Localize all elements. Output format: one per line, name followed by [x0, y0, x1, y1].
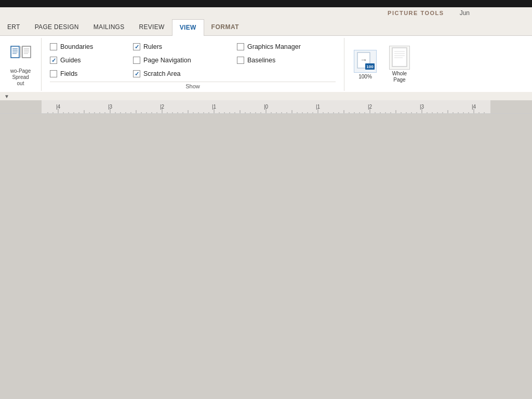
baselines-label: Baselines [247, 57, 275, 64]
ruler-collapse-bar[interactable]: ▼ [0, 92, 532, 100]
page-navigation-checkbox[interactable] [133, 57, 140, 64]
two-page-spread-section: wo-Page Spread out [0, 38, 42, 91]
guides-checkbox-item[interactable]: Guides [50, 57, 133, 64]
tab-ert[interactable]: ERT [0, 19, 28, 35]
zoom-section: → 100 100% WholePage [344, 38, 419, 91]
page-navigation-label: Page Navigation [143, 57, 191, 64]
picture-tools-label: PICTURE TOOLS [388, 10, 444, 16]
graphics-manager-checkbox[interactable] [237, 43, 244, 50]
whole-page-label: WholePage [392, 71, 407, 83]
scratch-area-checkbox-item[interactable]: Scratch Area [133, 70, 237, 77]
baselines-checkbox[interactable] [237, 57, 244, 64]
show-section: Boundaries Rulers Graphics Manager Guide… [42, 38, 344, 91]
svg-text:→: → [360, 56, 367, 64]
canvas-area [0, 114, 532, 399]
svg-rect-16 [392, 48, 407, 66]
zoom-100-label: 100% [358, 74, 372, 79]
ruler-bar: |4 |3 |2 |1 |0 |1 |2 |3 |4 [0, 100, 532, 114]
tab-review[interactable]: REVIEW [132, 19, 172, 35]
two-page-spread-icon[interactable] [8, 42, 33, 67]
rulers-checkbox-item[interactable]: Rulers [133, 43, 237, 50]
show-section-label: Show [50, 82, 336, 91]
rulers-label: Rulers [143, 43, 162, 50]
ribbon-content: wo-Page Spread out Boundaries Rulers Gra… [0, 35, 532, 92]
tab-view[interactable]: VIEW [172, 19, 204, 36]
scratch-area-label: Scratch Area [143, 70, 181, 77]
boundaries-checkbox-item[interactable]: Boundaries [50, 43, 133, 50]
two-page-spread-label: wo-Page Spread out [10, 68, 31, 87]
baselines-checkbox-item[interactable]: Baselines [237, 57, 336, 64]
guides-checkbox[interactable] [50, 57, 57, 64]
graphics-manager-checkbox-item[interactable]: Graphics Manager [237, 43, 336, 50]
ruler-svg: |4 |3 |2 |1 |0 |1 |2 |3 |4 [0, 100, 532, 114]
rulers-checkbox[interactable] [133, 43, 140, 50]
fields-checkbox-item[interactable]: Fields [50, 70, 133, 77]
svg-rect-22 [0, 100, 42, 114]
guides-label: Guides [60, 57, 81, 64]
scratch-area-checkbox[interactable] [133, 70, 140, 77]
jun-label: Jun [460, 9, 470, 17]
whole-page-icon [389, 46, 410, 70]
checkbox-grid: Boundaries Rulers Graphics Manager Guide… [50, 40, 336, 81]
fields-label: Fields [60, 70, 77, 77]
zoom-100-button[interactable]: → 100 100% [350, 48, 381, 82]
svg-rect-23 [490, 100, 532, 114]
whole-page-button[interactable]: WholePage [385, 44, 414, 85]
boundaries-checkbox[interactable] [50, 43, 57, 50]
graphics-manager-label: Graphics Manager [247, 43, 301, 50]
svg-text:100: 100 [366, 64, 374, 69]
collapse-arrow-icon: ▼ [4, 94, 9, 99]
tab-page-design[interactable]: PAGE DESIGN [28, 19, 86, 35]
tab-mailings[interactable]: MAILINGS [86, 19, 132, 35]
page-navigation-checkbox-item[interactable]: Page Navigation [133, 57, 237, 64]
boundaries-label: Boundaries [60, 43, 93, 50]
zoom-100-icon: → 100 [354, 50, 377, 73]
tab-row: ERT PAGE DESIGN MAILINGS REVIEW VIEW FOR… [0, 19, 532, 35]
tab-format[interactable]: FORMAT [204, 19, 246, 35]
fields-checkbox[interactable] [50, 70, 57, 77]
